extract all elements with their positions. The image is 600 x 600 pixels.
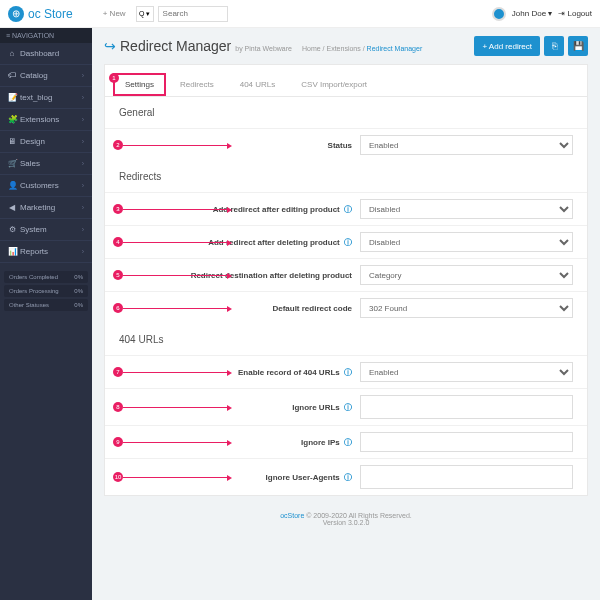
tab-csv[interactable]: CSV Import/export [289, 73, 379, 96]
copy-button[interactable]: ⎘ [544, 36, 564, 56]
sidebar-item-marketing[interactable]: ◀Marketing› [0, 197, 92, 219]
nav-icon: ⌂ [8, 49, 16, 58]
chevron-right-icon: › [82, 204, 84, 211]
chevron-right-icon: › [82, 138, 84, 145]
select-add-del[interactable]: Disabled [360, 232, 573, 252]
sidebar-item-catalog[interactable]: 🏷Catalog› [0, 65, 92, 87]
help-icon[interactable]: ⓘ [342, 238, 352, 247]
select-code[interactable]: 302 Found [360, 298, 573, 318]
avatar[interactable] [492, 7, 506, 21]
help-icon[interactable]: ⓘ [342, 368, 352, 377]
sidebar-item-text_blog[interactable]: 📝text_blog› [0, 87, 92, 109]
nav-label: System [20, 225, 47, 234]
row-add-edit: 3 Add redirect after editing product ⓘ D… [105, 192, 587, 225]
search-filter-button[interactable]: Q ▾ [136, 6, 154, 22]
redirect-icon: ↪ [104, 38, 116, 54]
marker-6: 6 [113, 303, 123, 313]
chevron-right-icon: › [82, 182, 84, 189]
nav-header: ≡ NAVIGATION [0, 28, 92, 43]
stat-value: 0% [74, 302, 83, 308]
footer-version: Version 3.0.2.0 [323, 519, 370, 526]
nav-icon: 🏷 [8, 71, 16, 80]
tabs: 1 Settings Redirects 404 URLs CSV Import… [105, 65, 587, 97]
chevron-right-icon: › [82, 248, 84, 255]
page-subtitle: by Pinta Webware [235, 45, 292, 52]
page-header: ↪ Redirect Manager by Pinta Webware Home… [104, 36, 588, 56]
nav-label: Extensions [20, 115, 59, 124]
sidebar-item-reports[interactable]: 📊Reports› [0, 241, 92, 263]
input-ign-ip[interactable] [360, 432, 573, 452]
tab-404urls[interactable]: 404 URLs [228, 73, 288, 96]
row-dest: 5 Redirect destination after deleting pr… [105, 258, 587, 291]
help-icon[interactable]: ⓘ [342, 473, 352, 482]
stat-label: Orders Processing [9, 288, 59, 294]
add-redirect-button[interactable]: + Add redirect [474, 36, 540, 56]
help-icon[interactable]: ⓘ [342, 438, 352, 447]
topbar-right: John Doe ▾ ⇥ Logout [492, 7, 592, 21]
chevron-right-icon: › [82, 116, 84, 123]
nav-label: Design [20, 137, 45, 146]
nav-icon: 🛒 [8, 159, 16, 168]
chevron-right-icon: › [82, 94, 84, 101]
section-404urls: 404 URLs [105, 324, 587, 355]
help-icon[interactable]: ⓘ [342, 403, 352, 412]
input-ign-ua[interactable] [360, 465, 573, 489]
sidebar-item-design[interactable]: 🖥Design› [0, 131, 92, 153]
logo-text: oc Store [28, 7, 73, 21]
nav-icon: 🖥 [8, 137, 16, 146]
sidebar-item-dashboard[interactable]: ⌂Dashboard [0, 43, 92, 65]
marker-3: 3 [113, 204, 123, 214]
logo-icon: ⊕ [8, 6, 24, 22]
logo[interactable]: ⊕ oc Store [8, 6, 73, 22]
row-ign-ua: 10 Ignore User-Agents ⓘ [105, 458, 587, 495]
username-dropdown[interactable]: John Doe ▾ [512, 9, 552, 18]
sidebar-item-customers[interactable]: 👤Customers› [0, 175, 92, 197]
marker-9: 9 [113, 437, 123, 447]
crumb-home[interactable]: Home [302, 45, 321, 52]
marker-2: 2 [113, 140, 123, 150]
settings-panel: 1 Settings Redirects 404 URLs CSV Import… [104, 64, 588, 496]
sidebar-item-system[interactable]: ⚙System› [0, 219, 92, 241]
crumb-extensions[interactable]: Extensions [327, 45, 361, 52]
search-group: Q ▾ [136, 6, 228, 22]
nav-icon: 👤 [8, 181, 16, 190]
stat-label: Other Statuses [9, 302, 49, 308]
row-add-del: 4 Add redirect after deleting product ⓘ … [105, 225, 587, 258]
tab-redirects[interactable]: Redirects [168, 73, 226, 96]
chevron-right-icon: › [82, 226, 84, 233]
save-button[interactable]: 💾 [568, 36, 588, 56]
marker-5: 5 [113, 270, 123, 280]
search-input[interactable] [158, 6, 228, 22]
tab-settings[interactable]: Settings [113, 73, 166, 96]
help-icon[interactable]: ⓘ [342, 205, 352, 214]
marker-7: 7 [113, 367, 123, 377]
nav-icon: 📝 [8, 93, 16, 102]
stat-value: 0% [74, 288, 83, 294]
row-status: 2 Status Enabled [105, 128, 587, 161]
sidebar-item-sales[interactable]: 🛒Sales› [0, 153, 92, 175]
nav-label: Sales [20, 159, 40, 168]
select-rec404[interactable]: Enabled [360, 362, 573, 382]
marker-1: 1 [109, 73, 119, 83]
logout-button[interactable]: ⇥ Logout [558, 9, 592, 18]
topbar: ⊕ oc Store + New Q ▾ John Doe ▾ ⇥ Logout [0, 0, 600, 28]
row-code: 6 Default redirect code 302 Found [105, 291, 587, 324]
select-dest[interactable]: Category [360, 265, 573, 285]
marker-10: 10 [113, 472, 123, 482]
crumb-current: Redirect Manager [367, 45, 423, 52]
sidebar: ≡ NAVIGATION ⌂Dashboard🏷Catalog›📝text_bl… [0, 28, 92, 600]
select-add-edit[interactable]: Disabled [360, 199, 573, 219]
input-ign-url[interactable] [360, 395, 573, 419]
nav-icon: ⚙ [8, 225, 16, 234]
sidebar-item-extensions[interactable]: 🧩Extensions› [0, 109, 92, 131]
select-status[interactable]: Enabled [360, 135, 573, 155]
nav-label: Catalog [20, 71, 48, 80]
nav-label: Reports [20, 247, 48, 256]
new-button[interactable]: + New [103, 9, 126, 18]
footer-link[interactable]: ocStore [280, 512, 304, 519]
nav-icon: 🧩 [8, 115, 16, 124]
nav-icon: 📊 [8, 247, 16, 256]
nav-label: Marketing [20, 203, 55, 212]
stat-value: 0% [74, 274, 83, 280]
section-redirects: Redirects [105, 161, 587, 192]
